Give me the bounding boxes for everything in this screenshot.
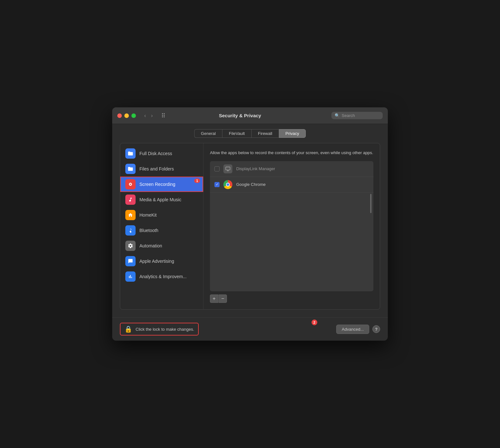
svg-rect-2 — [226, 167, 230, 170]
add-app-button[interactable]: + — [210, 295, 218, 303]
lock-icon: 🔒 — [124, 325, 132, 333]
homekit-icon — [125, 210, 136, 220]
footer-right: Advanced... ? — [336, 325, 380, 334]
sidebar-item-label: Full Disk Access — [139, 151, 172, 156]
apps-list: DisplayLink Manager Google Chrome — [210, 161, 373, 292]
app-row-chrome: Google Chrome — [210, 177, 373, 193]
sidebar-item-label: Analytics & Improvem... — [139, 274, 187, 279]
sidebar-item-label: HomeKit — [139, 212, 157, 218]
displaylink-icon — [223, 164, 232, 173]
back-button[interactable]: ‹ — [142, 112, 148, 119]
advanced-button[interactable]: Advanced... — [336, 325, 369, 334]
sidebar-item-label: Screen Recording — [139, 182, 175, 187]
panel-description: Allow the apps below to record the conte… — [210, 150, 373, 156]
titlebar: ‹ › ⠿ Security & Privacy 🔍 — [112, 107, 388, 124]
sidebar-item-label: Automation — [139, 243, 162, 248]
search-input[interactable] — [342, 113, 379, 118]
sidebar-item-media-apple-music[interactable]: Media & Apple Music — [120, 192, 203, 207]
displaylink-checkbox[interactable] — [214, 166, 220, 171]
help-button[interactable]: ? — [372, 325, 380, 333]
bluetooth-icon — [125, 225, 136, 236]
right-panel: Allow the apps below to record the conte… — [204, 143, 380, 309]
tab-bar: General FileVault Firewall Privacy — [120, 129, 380, 138]
sidebar-item-label: Files and Folders — [139, 166, 174, 171]
chrome-checkbox[interactable] — [214, 182, 220, 187]
sidebar-item-full-disk-access[interactable]: Full Disk Access — [120, 146, 203, 161]
traffic-lights — [117, 113, 136, 118]
close-button[interactable] — [117, 113, 122, 118]
sidebar-item-label: Media & Apple Music — [139, 197, 181, 202]
empty-list-area — [210, 193, 373, 218]
footer-badge: 2 — [312, 319, 317, 325]
app-row-displaylink: DisplayLink Manager — [210, 161, 373, 177]
lock-text: Click the lock to make changes. — [136, 327, 194, 332]
sidebar-item-automation[interactable]: Automation — [120, 238, 203, 253]
sidebar-item-analytics[interactable]: Analytics & Improvem... — [120, 269, 203, 284]
footer: 🔒 Click the lock to make changes. 2 Adva… — [112, 317, 388, 341]
automation-icon — [125, 241, 136, 251]
scrollbar-thumb[interactable] — [370, 194, 371, 213]
chrome-icon — [223, 180, 232, 189]
apple-advertising-icon — [125, 256, 136, 266]
sidebar-item-screen-recording[interactable]: Screen Recording 1 — [120, 177, 203, 192]
files-and-folders-icon — [125, 164, 136, 174]
displaylink-name: DisplayLink Manager — [236, 166, 275, 171]
search-bar[interactable]: 🔍 — [331, 112, 383, 119]
chrome-name: Google Chrome — [236, 182, 266, 187]
sidebar-item-homekit[interactable]: HomeKit — [120, 207, 203, 223]
minimize-button[interactable] — [124, 113, 129, 118]
sidebar-item-apple-advertising[interactable]: Apple Advertising — [120, 253, 203, 269]
full-disk-access-icon — [125, 148, 136, 159]
window-title: Security & Privacy — [153, 113, 328, 118]
sidebar-item-files-and-folders[interactable]: Files and Folders — [120, 161, 203, 177]
sidebar-item-bluetooth[interactable]: Bluetooth — [120, 223, 203, 238]
sidebar-item-label: Bluetooth — [139, 228, 158, 233]
tab-privacy[interactable]: Privacy — [279, 129, 306, 138]
content-area: General FileVault Firewall Privacy Full … — [112, 124, 388, 317]
lock-button[interactable]: 🔒 Click the lock to make changes. — [120, 323, 199, 336]
analytics-icon — [125, 271, 136, 282]
svg-point-1 — [130, 184, 131, 185]
media-apple-music-icon — [125, 195, 136, 205]
tab-filevault[interactable]: FileVault — [222, 129, 251, 138]
screen-recording-badge: 1 — [194, 178, 200, 183]
remove-app-button[interactable]: − — [219, 295, 227, 303]
tab-firewall[interactable]: Firewall — [251, 129, 279, 138]
sidebar-item-label: Apple Advertising — [139, 259, 174, 264]
search-icon: 🔍 — [335, 113, 340, 118]
fullscreen-button[interactable] — [131, 113, 136, 118]
main-panel: Full Disk Access Files and Folders Scree… — [120, 143, 380, 310]
tab-general[interactable]: General — [194, 129, 222, 138]
screen-recording-icon — [125, 179, 136, 189]
system-preferences-window: ‹ › ⠿ Security & Privacy 🔍 General FileV… — [112, 107, 388, 341]
sidebar: Full Disk Access Files and Folders Scree… — [120, 143, 204, 309]
list-controls: + − — [210, 295, 373, 303]
